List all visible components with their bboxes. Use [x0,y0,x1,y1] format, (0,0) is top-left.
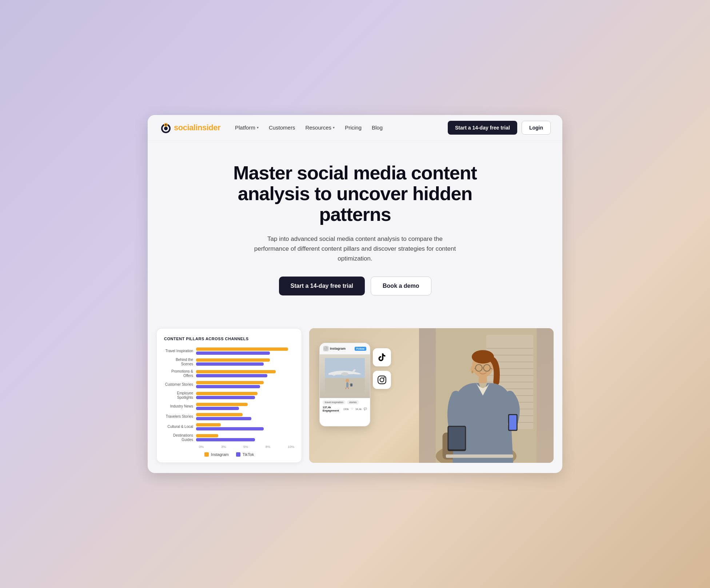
svg-point-45 [346,379,349,382]
svg-rect-23 [479,376,487,383]
main-container: socialinsider Platform ▾ Customers Resou… [148,115,562,473]
bar-label: Destinations Guides [164,433,196,442]
instagram-bar [196,347,288,351]
phone-image-area [320,354,370,398]
chart-row: Employee Spotlights [164,391,294,400]
svg-rect-38 [324,347,327,350]
chart-row: Behind the Scenes [164,358,294,366]
bar-label: Cultural & Local [164,425,196,429]
bar-label: Travelers Stories [164,414,196,419]
tiktok-bar [196,362,264,366]
bars-container [196,434,294,441]
instagram-bar [196,381,264,384]
bars-container [196,347,294,355]
tiktok-bar [196,407,239,410]
tiktok-icon-badge [373,348,391,366]
nav-login-button[interactable]: Login [522,121,551,135]
nav-resources[interactable]: Resources ▾ [305,124,335,131]
tiktok-bar [196,438,255,441]
logo-text: socialinsider [174,123,220,132]
chart-card: CONTENT PILLARS ACROSS CHANNELS Travel I… [156,328,302,463]
instagram-bar [196,413,243,416]
svg-rect-46 [346,382,348,388]
stat1-value: 193k [343,408,349,410]
nav-actions: Start a 14-day free trial Login [448,121,551,135]
legend-tiktok: TikTok [236,452,254,457]
comment-icon: 💬 [364,408,367,410]
nav-pricing[interactable]: Pricing [345,124,362,131]
bars-container [196,392,294,399]
bar-label: Travel Inspiration [164,349,196,353]
tiktok-bar [196,351,270,355]
bars-container [196,423,294,430]
bar-label: Behind the Scenes [164,358,196,366]
phone-header: Instagram Follow [320,343,370,354]
tiktok-bar [196,374,267,377]
hero-demo-button[interactable]: Book a demo [371,277,431,295]
navbar: socialinsider Platform ▾ Customers Resou… [148,115,562,141]
chart-row: Industry News [164,403,294,410]
phone-mockup: Instagram Follow [319,343,370,426]
svg-point-4 [165,124,167,126]
tiktok-bar [196,417,251,420]
chart-area: Travel InspirationBehind the ScenesPromo… [164,347,294,442]
instagram-dot [204,452,209,457]
bar-label: Industry News [164,404,196,409]
person-illustration [419,328,554,463]
svg-point-2 [164,127,168,130]
phone-follow-button[interactable]: Follow [355,347,366,351]
plane-scene [320,354,370,398]
plane-illustration [325,358,365,394]
instagram-bar [196,370,276,373]
instagram-icon-badge [373,371,391,389]
phone-footer: travel inspiration stories 137,4k Engage… [320,398,370,414]
bar-label: Customer Stories [164,382,196,387]
instagram-bar [196,434,218,437]
x-axis: 0% 3% 5% 8% 10% [164,445,294,449]
svg-point-39 [325,348,327,349]
nav-trial-button[interactable]: Start a 14-day free trial [448,121,517,135]
heart-icon: ♡ [351,408,353,410]
hero-trial-button[interactable]: Start a 14-day free trial [279,277,365,295]
bars-container [196,413,294,420]
instagram-bar [196,358,270,362]
phone-instagram-icon [323,346,328,351]
svg-rect-29 [509,415,516,430]
bars-container [196,403,294,410]
phone-tags: travel inspiration stories [323,400,367,404]
bars-container [196,358,294,366]
instagram-bar [196,392,258,395]
instagram-bar [196,403,248,406]
chart-row: Customer Stories [164,381,294,388]
phone-platform-text: Instagram [330,347,346,350]
image-card: Instagram Follow [309,328,554,463]
svg-point-50 [380,378,384,382]
tiktok-dot [236,452,240,457]
nav-customers[interactable]: Customers [269,124,295,131]
chart-row: Promotions & Offers [164,369,294,378]
svg-rect-48 [350,384,352,386]
hero-subtext: Tap into advanced social media content a… [250,234,460,264]
logo[interactable]: socialinsider [159,121,220,134]
chart-row: Travel Inspiration [164,347,294,355]
legend-instagram: Instagram [204,452,229,457]
tiktok-bar [196,396,255,399]
phone-stats: 137,4k Engagement 193k ♡ 34,4k 💬 [323,406,367,412]
tiktok-bar [196,385,260,388]
social-icons [373,348,391,389]
instagram-bar [196,423,221,426]
bar-label: Employee Spotlights [164,391,196,400]
hero-buttons: Start a 14-day free trial Book a demo [162,277,548,295]
platform-chevron-icon: ▾ [257,126,259,130]
svg-point-40 [327,347,327,348]
nav-links: Platform ▾ Customers Resources ▾ Pricing… [235,124,448,131]
nav-blog[interactable]: Blog [372,124,383,131]
phone-tag-2: stories [347,400,359,404]
logo-icon [159,121,172,134]
hero-headline: Master social media content analysis to … [206,163,504,225]
phone-tag-1: travel inspiration [323,400,346,404]
resources-chevron-icon: ▾ [333,126,335,130]
bars-container [196,370,294,377]
nav-platform[interactable]: Platform ▾ [235,124,259,131]
bar-label: Promotions & Offers [164,369,196,378]
